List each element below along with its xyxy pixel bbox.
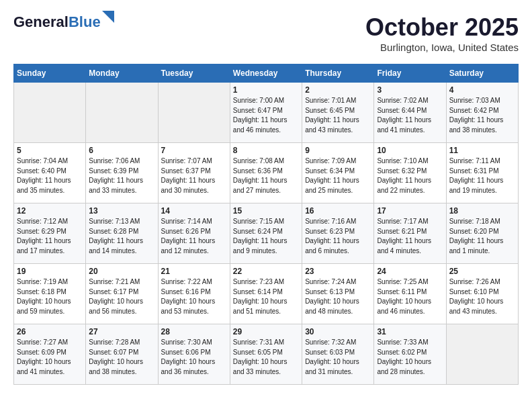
weekday-header-wednesday: Wednesday — [230, 64, 302, 83]
day-number: 3 — [377, 85, 443, 95]
location: Burlington, Iowa, United States — [365, 42, 519, 53]
calendar-cell: 11Sunrise: 7:11 AM Sunset: 6:31 PM Dayli… — [446, 143, 518, 203]
day-number: 1 — [233, 85, 299, 95]
day-info: Sunrise: 7:21 AM Sunset: 6:17 PM Dayligh… — [89, 277, 154, 316]
day-number: 22 — [233, 267, 299, 276]
day-info: Sunrise: 7:16 AM Sunset: 6:23 PM Dayligh… — [305, 217, 371, 256]
day-number: 29 — [233, 327, 299, 336]
page-header: GeneralBlue October 2025 Burlington, Iow… — [13, 13, 519, 53]
day-info: Sunrise: 7:30 AM Sunset: 6:06 PM Dayligh… — [161, 338, 227, 377]
svg-marker-0 — [102, 11, 114, 23]
day-info: Sunrise: 7:27 AM Sunset: 6:09 PM Dayligh… — [17, 338, 83, 377]
day-number: 11 — [449, 146, 515, 155]
day-info: Sunrise: 7:06 AM Sunset: 6:39 PM Dayligh… — [89, 156, 154, 195]
day-info: Sunrise: 7:12 AM Sunset: 6:29 PM Dayligh… — [17, 217, 83, 256]
day-info: Sunrise: 7:18 AM Sunset: 6:20 PM Dayligh… — [449, 217, 515, 256]
day-info: Sunrise: 7:31 AM Sunset: 6:05 PM Dayligh… — [233, 338, 299, 377]
calendar-cell: 3Sunrise: 7:02 AM Sunset: 6:44 PM Daylig… — [374, 83, 446, 143]
day-info: Sunrise: 7:26 AM Sunset: 6:10 PM Dayligh… — [449, 277, 515, 316]
calendar-table: SundayMondayTuesdayWednesdayThursdayFrid… — [13, 64, 519, 385]
day-info: Sunrise: 7:19 AM Sunset: 6:18 PM Dayligh… — [17, 277, 83, 316]
day-number: 14 — [161, 206, 227, 216]
calendar-cell: 6Sunrise: 7:06 AM Sunset: 6:39 PM Daylig… — [86, 143, 158, 203]
calendar-cell — [14, 83, 86, 143]
day-number: 19 — [17, 267, 83, 276]
day-info: Sunrise: 7:10 AM Sunset: 6:32 PM Dayligh… — [377, 156, 443, 195]
day-info: Sunrise: 7:25 AM Sunset: 6:11 PM Dayligh… — [377, 277, 443, 316]
day-info: Sunrise: 7:28 AM Sunset: 6:07 PM Dayligh… — [89, 338, 154, 377]
calendar-cell: 19Sunrise: 7:19 AM Sunset: 6:18 PM Dayli… — [14, 264, 86, 324]
day-info: Sunrise: 7:22 AM Sunset: 6:16 PM Dayligh… — [161, 277, 227, 316]
day-info: Sunrise: 7:32 AM Sunset: 6:03 PM Dayligh… — [305, 338, 371, 377]
day-info: Sunrise: 7:07 AM Sunset: 6:37 PM Dayligh… — [161, 156, 227, 195]
calendar-cell: 18Sunrise: 7:18 AM Sunset: 6:20 PM Dayli… — [446, 203, 518, 264]
day-info: Sunrise: 7:13 AM Sunset: 6:28 PM Dayligh… — [89, 217, 154, 256]
calendar-cell: 10Sunrise: 7:10 AM Sunset: 6:32 PM Dayli… — [374, 143, 446, 203]
weekday-header-sunday: Sunday — [14, 64, 86, 83]
day-number: 17 — [377, 206, 443, 216]
day-number: 25 — [449, 267, 515, 276]
day-number: 16 — [305, 206, 371, 216]
day-info: Sunrise: 7:33 AM Sunset: 6:02 PM Dayligh… — [377, 338, 443, 377]
day-number: 24 — [377, 267, 443, 276]
day-number: 9 — [305, 146, 371, 155]
calendar-cell: 27Sunrise: 7:28 AM Sunset: 6:07 PM Dayli… — [86, 324, 158, 385]
calendar-cell: 20Sunrise: 7:21 AM Sunset: 6:17 PM Dayli… — [86, 264, 158, 324]
day-info: Sunrise: 7:00 AM Sunset: 6:47 PM Dayligh… — [233, 96, 299, 135]
day-number: 31 — [377, 327, 443, 336]
calendar-cell: 14Sunrise: 7:14 AM Sunset: 6:26 PM Dayli… — [158, 203, 230, 264]
day-number: 20 — [89, 267, 154, 276]
day-number: 2 — [305, 85, 371, 95]
calendar-cell: 28Sunrise: 7:30 AM Sunset: 6:06 PM Dayli… — [158, 324, 230, 385]
day-info: Sunrise: 7:23 AM Sunset: 6:14 PM Dayligh… — [233, 277, 299, 316]
calendar-cell: 1Sunrise: 7:00 AM Sunset: 6:47 PM Daylig… — [230, 83, 302, 143]
logo-general: General — [13, 13, 69, 30]
calendar-week-3: 12Sunrise: 7:12 AM Sunset: 6:29 PM Dayli… — [14, 203, 519, 264]
weekday-header-row: SundayMondayTuesdayWednesdayThursdayFrid… — [14, 64, 519, 83]
calendar-week-4: 19Sunrise: 7:19 AM Sunset: 6:18 PM Dayli… — [14, 264, 519, 324]
calendar-cell: 4Sunrise: 7:03 AM Sunset: 6:42 PM Daylig… — [446, 83, 518, 143]
day-number: 4 — [449, 85, 515, 95]
calendar-cell: 13Sunrise: 7:13 AM Sunset: 6:28 PM Dayli… — [86, 203, 158, 264]
day-info: Sunrise: 7:11 AM Sunset: 6:31 PM Dayligh… — [449, 156, 515, 195]
day-number: 15 — [233, 206, 299, 216]
calendar-cell: 17Sunrise: 7:17 AM Sunset: 6:21 PM Dayli… — [374, 203, 446, 264]
day-info: Sunrise: 7:02 AM Sunset: 6:44 PM Dayligh… — [377, 96, 443, 135]
day-number: 13 — [89, 206, 154, 216]
calendar-cell: 24Sunrise: 7:25 AM Sunset: 6:11 PM Dayli… — [374, 264, 446, 324]
day-number: 5 — [17, 146, 83, 155]
logo: GeneralBlue — [13, 13, 101, 31]
day-number: 27 — [89, 327, 154, 336]
day-info: Sunrise: 7:01 AM Sunset: 6:45 PM Dayligh… — [305, 96, 371, 135]
logo-arrow-icon — [102, 11, 114, 23]
day-info: Sunrise: 7:08 AM Sunset: 6:36 PM Dayligh… — [233, 156, 299, 195]
calendar-week-1: 1Sunrise: 7:00 AM Sunset: 6:47 PM Daylig… — [14, 83, 519, 143]
calendar-cell: 2Sunrise: 7:01 AM Sunset: 6:45 PM Daylig… — [302, 83, 374, 143]
calendar-cell: 8Sunrise: 7:08 AM Sunset: 6:36 PM Daylig… — [230, 143, 302, 203]
weekday-header-saturday: Saturday — [446, 64, 518, 83]
weekday-header-monday: Monday — [86, 64, 158, 83]
calendar-cell: 22Sunrise: 7:23 AM Sunset: 6:14 PM Dayli… — [230, 264, 302, 324]
calendar-week-2: 5Sunrise: 7:04 AM Sunset: 6:40 PM Daylig… — [14, 143, 519, 203]
day-number: 18 — [449, 206, 515, 216]
calendar-cell: 23Sunrise: 7:24 AM Sunset: 6:13 PM Dayli… — [302, 264, 374, 324]
weekday-header-tuesday: Tuesday — [158, 64, 230, 83]
calendar-cell: 15Sunrise: 7:15 AM Sunset: 6:24 PM Dayli… — [230, 203, 302, 264]
weekday-header-thursday: Thursday — [302, 64, 374, 83]
calendar-cell: 30Sunrise: 7:32 AM Sunset: 6:03 PM Dayli… — [302, 324, 374, 385]
calendar-cell: 7Sunrise: 7:07 AM Sunset: 6:37 PM Daylig… — [158, 143, 230, 203]
calendar-cell: 16Sunrise: 7:16 AM Sunset: 6:23 PM Dayli… — [302, 203, 374, 264]
calendar-cell: 12Sunrise: 7:12 AM Sunset: 6:29 PM Dayli… — [14, 203, 86, 264]
day-info: Sunrise: 7:04 AM Sunset: 6:40 PM Dayligh… — [17, 156, 83, 195]
day-number: 23 — [305, 267, 371, 276]
day-number: 21 — [161, 267, 227, 276]
day-info: Sunrise: 7:24 AM Sunset: 6:13 PM Dayligh… — [305, 277, 371, 316]
calendar-cell: 26Sunrise: 7:27 AM Sunset: 6:09 PM Dayli… — [14, 324, 86, 385]
day-info: Sunrise: 7:17 AM Sunset: 6:21 PM Dayligh… — [377, 217, 443, 256]
day-number: 30 — [305, 327, 371, 336]
month-title: October 2025 — [365, 13, 519, 42]
day-number: 7 — [161, 146, 227, 155]
day-number: 6 — [89, 146, 154, 155]
calendar-cell: 29Sunrise: 7:31 AM Sunset: 6:05 PM Dayli… — [230, 324, 302, 385]
weekday-header-friday: Friday — [374, 64, 446, 83]
